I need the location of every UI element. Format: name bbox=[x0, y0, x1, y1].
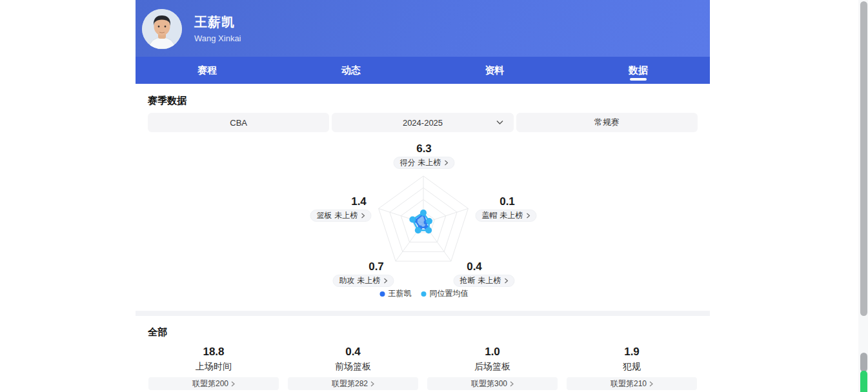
points-rank-link[interactable]: 得分 未上榜 bbox=[394, 157, 455, 169]
tab-profile-label: 资料 bbox=[485, 64, 504, 77]
stat-defensive-rebounds: 1.0 后场篮板 联盟第300 bbox=[427, 346, 558, 390]
stat-offensive-rebounds-rank-link[interactable]: 联盟第282 bbox=[288, 377, 418, 390]
active-tab-underline bbox=[630, 78, 647, 81]
season-section-title: 赛季数据 bbox=[148, 94, 698, 107]
stat-offensive-rebounds: 0.4 前场篮板 联盟第282 bbox=[288, 346, 418, 390]
stat-minutes: 18.8 上场时间 联盟第200 bbox=[148, 346, 279, 390]
stat-offensive-rebounds-label: 前场篮板 bbox=[335, 360, 371, 372]
blocks-rank-link[interactable]: 盖帽 未上榜 bbox=[476, 210, 537, 222]
legend-label-player: 王薪凯 bbox=[389, 288, 412, 299]
legend-dot-player bbox=[380, 291, 385, 297]
points-label: 得分 bbox=[400, 157, 416, 168]
filter-league-label: CBA bbox=[230, 118, 247, 128]
rebounds-label: 篮板 bbox=[317, 210, 332, 221]
filter-stage[interactable]: 常规赛 bbox=[516, 113, 698, 132]
steals-label: 抢断 bbox=[460, 275, 476, 286]
stat-offensive-rebounds-value: 0.4 bbox=[345, 346, 361, 358]
legend-item-player[interactable]: 王薪凯 bbox=[380, 288, 412, 299]
assists-value: 0.7 bbox=[368, 260, 384, 273]
radar-axis-assists: 0.7 助攻 未上榜 bbox=[333, 260, 394, 287]
filter-season-label: 2024-2025 bbox=[403, 118, 443, 128]
player-header: 王薪凯 Wang Xinkai bbox=[136, 0, 710, 57]
stat-offensive-rebounds-rank: 联盟第282 bbox=[332, 378, 368, 389]
chevron-right-icon bbox=[231, 381, 235, 387]
blocks-label: 盖帽 bbox=[482, 210, 498, 221]
chevron-right-icon bbox=[649, 381, 653, 387]
chevron-right-icon bbox=[505, 278, 509, 284]
assists-rank: 未上榜 bbox=[358, 275, 381, 286]
tab-profile[interactable]: 资料 bbox=[423, 57, 567, 84]
tab-data[interactable]: 数据 bbox=[567, 57, 711, 84]
scrollbar-thumb[interactable] bbox=[860, 1, 867, 316]
stats-grid: 18.8 上场时间 联盟第200 0.4 前场篮板 联盟第282 bbox=[148, 346, 698, 390]
filter-stage-label: 常规赛 bbox=[594, 117, 620, 128]
stat-defensive-rebounds-rank: 联盟第300 bbox=[471, 378, 507, 389]
chevron-right-icon bbox=[445, 160, 449, 166]
rebounds-value: 1.4 bbox=[351, 195, 367, 208]
stat-minutes-label: 上场时间 bbox=[196, 360, 232, 372]
season-data-section: 赛季数据 CBA 2024-2025 常规赛 bbox=[136, 94, 710, 132]
legend-item-average[interactable]: 同位置均值 bbox=[421, 288, 469, 299]
assists-label: 助攻 bbox=[339, 275, 355, 286]
points-rank: 未上榜 bbox=[418, 157, 441, 168]
tab-news[interactable]: 动态 bbox=[279, 57, 423, 84]
tab-schedule-label: 赛程 bbox=[197, 64, 217, 77]
radar-axis-points: 6.3 得分 未上榜 bbox=[394, 142, 455, 169]
filter-season-dropdown[interactable]: 2024-2025 bbox=[332, 113, 513, 132]
stat-defensive-rebounds-label: 后场篮板 bbox=[474, 360, 510, 372]
steals-rank-link[interactable]: 抢断 未上榜 bbox=[454, 275, 515, 287]
all-stats-section: 全部 18.8 上场时间 联盟第200 0.4 前场篮板 联盟第282 bbox=[136, 326, 710, 390]
tab-data-label: 数据 bbox=[629, 64, 648, 77]
steals-value: 0.4 bbox=[467, 260, 482, 273]
player-name: 王薪凯 bbox=[194, 14, 241, 30]
rebounds-rank: 未上榜 bbox=[335, 210, 358, 221]
tab-schedule[interactable]: 赛程 bbox=[136, 57, 279, 84]
legend-dot-average bbox=[421, 291, 427, 297]
scrollbar-thumb-secondary[interactable] bbox=[860, 353, 867, 372]
player-names: 王薪凯 Wang Xinkai bbox=[194, 14, 241, 43]
stat-minutes-value: 18.8 bbox=[203, 346, 224, 358]
radar-axis-blocks: 0.1 盖帽 未上榜 bbox=[476, 195, 537, 222]
chevron-right-icon bbox=[510, 381, 514, 387]
stat-fouls-label: 犯规 bbox=[623, 360, 641, 372]
radar-axis-rebounds: 1.4 篮板 未上榜 bbox=[310, 195, 372, 222]
scrollbar-thumb-green[interactable] bbox=[860, 371, 867, 392]
radar-axis-steals: 0.4 抢断 未上榜 bbox=[454, 260, 515, 287]
tab-news-label: 动态 bbox=[341, 64, 361, 77]
all-section-title: 全部 bbox=[148, 326, 698, 338]
chevron-right-icon bbox=[370, 381, 374, 387]
scrollbar-track[interactable] bbox=[858, 0, 868, 392]
chevron-down-icon bbox=[496, 121, 503, 125]
avatar-portrait-icon bbox=[142, 9, 182, 49]
filter-league[interactable]: CBA bbox=[148, 113, 329, 132]
radar-legend: 王薪凯 同位置均值 bbox=[380, 288, 469, 299]
steals-rank: 未上榜 bbox=[478, 275, 501, 286]
content-column: 王薪凯 Wang Xinkai 赛程 动态 资料 数据 bbox=[136, 0, 710, 392]
points-value: 6.3 bbox=[416, 142, 432, 155]
avatar bbox=[142, 9, 182, 49]
legend-label-average: 同位置均值 bbox=[430, 288, 469, 299]
stat-fouls: 1.9 犯规 联盟第210 bbox=[567, 346, 697, 390]
stat-minutes-rank-link[interactable]: 联盟第200 bbox=[148, 377, 279, 390]
tab-bar: 赛程 动态 资料 数据 bbox=[136, 57, 710, 84]
season-filters: CBA 2024-2025 常规赛 bbox=[148, 113, 698, 132]
stat-fouls-rank-link[interactable]: 联盟第210 bbox=[567, 377, 697, 390]
chevron-right-icon bbox=[361, 213, 365, 219]
stat-fouls-rank: 联盟第210 bbox=[611, 378, 647, 389]
rebounds-rank-link[interactable]: 篮板 未上榜 bbox=[310, 210, 372, 222]
stat-defensive-rebounds-rank-link[interactable]: 联盟第300 bbox=[427, 377, 558, 390]
blocks-rank: 未上榜 bbox=[500, 210, 523, 221]
blocks-value: 0.1 bbox=[500, 195, 515, 208]
player-name-en: Wang Xinkai bbox=[194, 34, 241, 43]
stat-fouls-value: 1.9 bbox=[624, 346, 640, 358]
stat-minutes-rank: 联盟第200 bbox=[192, 378, 228, 389]
radar-chart: 6.3 得分 未上榜 0.1 盖帽 未上榜 0.4 bbox=[136, 140, 710, 302]
page: 王薪凯 Wang Xinkai 赛程 动态 资料 数据 bbox=[0, 0, 868, 392]
stat-defensive-rebounds-value: 1.0 bbox=[485, 346, 500, 358]
section-divider bbox=[136, 311, 710, 316]
chevron-right-icon bbox=[527, 213, 530, 219]
assists-rank-link[interactable]: 助攻 未上榜 bbox=[333, 275, 394, 287]
chevron-right-icon bbox=[384, 278, 388, 284]
